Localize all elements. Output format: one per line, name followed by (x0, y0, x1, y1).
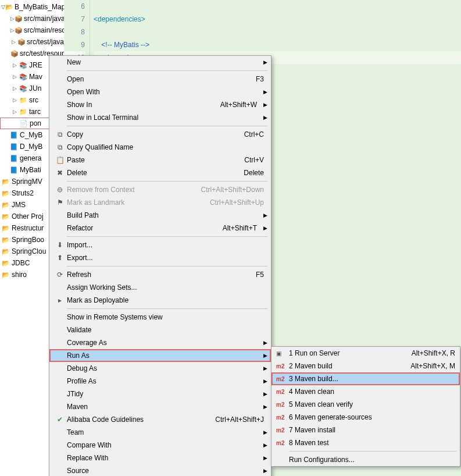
menu-team[interactable]: Team▶ (49, 426, 271, 439)
menu-copy-qualified[interactable]: ⧉Copy Qualified Name (49, 141, 271, 154)
menu-label: New (67, 58, 260, 66)
refresh-icon: ⟳ (53, 271, 67, 279)
menu-export[interactable]: ⬆Export... (49, 251, 271, 264)
menu-label: 7 Maven install (289, 426, 455, 434)
menu-copy[interactable]: ⧉CopyCtrl+C (49, 128, 271, 141)
copy-icon: ⧉ (53, 130, 67, 138)
menu-assign-working-sets[interactable]: Assign Working Sets... (49, 281, 271, 294)
project-icon: 📂 (1, 200, 10, 209)
submenu-run-configurations[interactable]: Run Configurations... (271, 453, 460, 466)
menu-label: Run Configurations... (289, 456, 455, 464)
menu-build-path[interactable]: Build Path▶ (49, 209, 271, 222)
chevron-right-icon: ▶ (260, 365, 267, 371)
menu-open-with[interactable]: Open With▶ (49, 86, 271, 98)
menu-compare-with[interactable]: Compare With▶ (49, 439, 271, 452)
menu-coverage-as[interactable]: Coverage As▶ (49, 336, 271, 349)
menu-open[interactable]: OpenF3 (49, 73, 271, 86)
tree-label: SpringClou (12, 247, 46, 255)
chevron-right-icon: ▶ (260, 115, 267, 120)
tree-label: JMS (12, 201, 26, 209)
separator (49, 307, 271, 311)
m2-icon: m2 (276, 363, 289, 370)
chevron-right-icon[interactable]: ▷ (10, 108, 19, 116)
menu-refactor[interactable]: RefactorAlt+Shift+T▶ (49, 222, 271, 235)
chevron-down-icon[interactable]: ▽ (1, 3, 5, 11)
submenu-run-on-server[interactable]: ▣1 Run on ServerAlt+Shift+X, R (271, 347, 460, 360)
submenu-maven-build-dots[interactable]: m23 Maven build... (271, 372, 460, 385)
menu-jtidy[interactable]: JTidy▶ (49, 388, 271, 400)
menu-label: Open (67, 75, 256, 83)
menu-replace-with[interactable]: Replace With▶ (49, 452, 271, 464)
m2-icon: m2 (276, 389, 289, 395)
chevron-right-icon[interactable]: ▷ (10, 96, 19, 104)
menu-label: Source (67, 467, 260, 475)
separator (49, 124, 271, 128)
tree-label: Other Proj (12, 212, 44, 221)
menu-label: 1 Run on Server (289, 349, 412, 357)
tree-label: C_MyB (20, 131, 42, 139)
tree-label: src (29, 96, 38, 104)
tree-item[interactable]: ▷📦src/main/java (0, 13, 64, 24)
chevron-right-icon: ▶ (260, 225, 267, 231)
context-menu[interactable]: New▶ OpenF3 Open With▶ Show InAlt+Shift+… (49, 55, 271, 476)
separator (49, 69, 271, 73)
submenu-maven-clean-verify[interactable]: m25 Maven clean verify (271, 398, 460, 411)
tree-label: JRE (29, 61, 42, 69)
tree-label: src/main/java (24, 15, 64, 23)
tree-label: MyBati (20, 166, 41, 174)
menu-alibaba[interactable]: ✔Alibaba Code GuidelinesCtrl+Alt+Shift+J (49, 413, 271, 426)
tree-item-root[interactable]: ▽📂B_MyBatis_Mapper (0, 1, 64, 13)
menu-profile-as[interactable]: Profile As▶ (49, 375, 271, 388)
menu-run-as[interactable]: Run As▶ (49, 349, 271, 362)
project-icon: 📘 (9, 154, 19, 163)
menu-label: JTidy (67, 390, 260, 398)
tree-label: Mav (29, 73, 42, 81)
submenu-maven-test[interactable]: m28 Maven test (271, 436, 460, 449)
menu-label: Show in Local Terminal (67, 113, 260, 122)
menu-maven[interactable]: Maven▶ (49, 400, 271, 413)
menu-show-in[interactable]: Show InAlt+Shift+W▶ (49, 98, 271, 111)
submenu-maven-generate-sources[interactable]: m26 Maven generate-sources (271, 411, 460, 424)
menu-debug-as[interactable]: Debug As▶ (49, 362, 271, 375)
separator (49, 235, 271, 239)
tree-item[interactable]: ▷📦src/test/java (0, 36, 64, 48)
menu-import[interactable]: ⬇Import... (49, 239, 271, 251)
tree-label: SpringBoo (12, 236, 44, 244)
chevron-right-icon[interactable]: ▷ (10, 38, 17, 46)
chevron-right-icon[interactable]: ▷ (10, 61, 19, 69)
menu-refresh[interactable]: ⟳RefreshF5 (49, 268, 271, 281)
shortcut: F5 (256, 271, 267, 279)
menu-show-local-terminal[interactable]: Show in Local Terminal▶ (49, 111, 271, 124)
tree-label: SpringMV (12, 177, 42, 186)
library-icon: 📚 (19, 61, 28, 70)
menu-new[interactable]: New▶ (49, 56, 271, 69)
menu-validate[interactable]: Validate (49, 324, 271, 336)
chevron-right-icon[interactable]: ▷ (10, 73, 19, 81)
menu-show-remote[interactable]: Show in Remote Systems view (49, 311, 271, 324)
submenu-maven-clean[interactable]: m24 Maven clean (271, 385, 460, 398)
server-icon: ▣ (276, 350, 289, 357)
menu-source[interactable]: Source▶ (49, 464, 271, 476)
m2-icon: m2 (276, 402, 289, 408)
menu-paste[interactable]: 📋PasteCtrl+V (49, 154, 271, 166)
menu-label: Paste (67, 156, 244, 164)
remove-icon: ⊖ (53, 186, 67, 194)
menu-delete[interactable]: ✖DeleteDelete (49, 166, 271, 179)
menu-label: Alibaba Code Guidelines (67, 415, 215, 424)
separator (271, 449, 460, 453)
delete-icon: ✖ (53, 169, 67, 177)
project-icon: 📂 (1, 235, 10, 244)
submenu-maven-install[interactable]: m27 Maven install (271, 424, 460, 436)
menu-mark-deployable[interactable]: ▸Mark as Deployable (49, 294, 271, 307)
project-icon: 📂 (1, 189, 10, 198)
chevron-right-icon[interactable]: ▷ (10, 84, 19, 93)
tree-label: src/test/java (27, 38, 64, 46)
chevron-right-icon[interactable]: ▷ (10, 15, 15, 23)
submenu-maven-build[interactable]: m22 Maven buildAlt+Shift+X, M (271, 360, 460, 372)
menu-label: Copy (67, 130, 244, 138)
chevron-right-icon[interactable]: ▷ (10, 26, 15, 34)
run-as-submenu[interactable]: ▣1 Run on ServerAlt+Shift+X, R m22 Maven… (271, 346, 460, 467)
import-icon: ⬇ (53, 241, 67, 249)
tree-item[interactable]: ▷📦src/main/resources (0, 24, 64, 36)
menu-label: Profile As (67, 377, 260, 385)
